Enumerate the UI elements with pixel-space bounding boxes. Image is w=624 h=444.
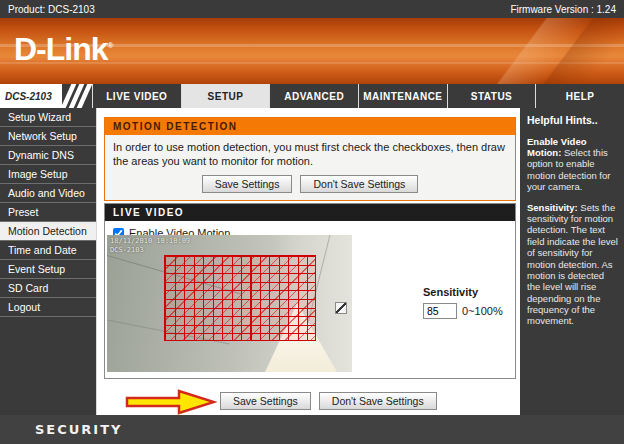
footer-bar: SECURITY	[0, 415, 624, 444]
model-name-badge: DCS-2103	[0, 84, 62, 108]
sidebar-item-logout[interactable]: Logout	[0, 298, 96, 317]
sidebar-item-event-setup[interactable]: Event Setup	[0, 260, 96, 279]
video-osd-overlay: 18/11/2010 10:10:09 DCS-2103	[110, 237, 190, 255]
live-video-heading: LIVE VIDEO	[105, 204, 515, 221]
live-video-section: LIVE VIDEO Enable Video Motion 18/11/201…	[104, 203, 516, 379]
camera-admin-window: Product: DCS-2103 Firmware Version : 1.2…	[0, 0, 624, 444]
hint-enable-video-motion: Enable Video Motion: Select this option …	[527, 136, 619, 193]
sidebar-item-time-and-date[interactable]: Time and Date	[0, 241, 96, 260]
tab-live-video[interactable]: LIVE VIDEO	[92, 84, 181, 108]
dont-save-settings-button-top[interactable]: Don't Save Settings	[300, 175, 418, 193]
stripes-decoration	[62, 84, 92, 108]
draw-area-handle-icon[interactable]	[335, 302, 347, 314]
sidebar-item-image-setup[interactable]: Image Setup	[0, 165, 96, 184]
tab-maintenance[interactable]: MAINTENANCE	[358, 84, 447, 108]
product-label: Product: DCS-2103	[8, 4, 95, 15]
sidebar-item-dynamic-dns[interactable]: Dynamic DNS	[0, 146, 96, 165]
sensitivity-input[interactable]	[423, 303, 457, 319]
helpful-hints-panel: Helpful Hints.. Enable Video Motion: Sel…	[520, 108, 624, 415]
sidebar-item-sd-card[interactable]: SD Card	[0, 279, 96, 298]
left-sidebar: Setup Wizard Network Setup Dynamic DNS I…	[0, 108, 97, 415]
main-nav-bar: DCS-2103 LIVE VIDEO SETUP ADVANCED MAINT…	[0, 84, 624, 108]
firmware-label: Firmware Version : 1.24	[510, 4, 616, 15]
sidebar-item-network-setup[interactable]: Network Setup	[0, 127, 96, 146]
motion-detection-body: In order to use motion detection, you mu…	[105, 135, 515, 200]
hint-sensitivity: Sensitivity: Sets the sensitivity for mo…	[527, 202, 619, 327]
tab-status[interactable]: STATUS	[447, 84, 536, 108]
sensitivity-range-label: 0~100%	[462, 305, 503, 317]
motion-detection-instructions: In order to use motion detection, you mu…	[113, 141, 507, 169]
osd-timestamp: 18/11/2010 10:10:09	[110, 237, 190, 246]
main-content: MOTION DETECTION In order to use motion …	[98, 108, 520, 415]
motion-detection-section: MOTION DETECTION In order to use motion …	[104, 117, 516, 201]
registered-mark: ®	[108, 41, 113, 50]
tab-advanced[interactable]: ADVANCED	[269, 84, 358, 108]
nav-tabs: LIVE VIDEO SETUP ADVANCED MAINTENANCE ST…	[92, 84, 624, 108]
sidebar-item-preset[interactable]: Preset	[0, 203, 96, 222]
top-status-bar: Product: DCS-2103 Firmware Version : 1.2…	[0, 0, 624, 18]
motion-area-grid[interactable]	[164, 255, 316, 341]
brand-banner: D-Link®	[0, 18, 624, 84]
banner-swoosh	[415, 18, 624, 84]
save-settings-button-bottom[interactable]: Save Settings	[220, 392, 311, 410]
highlight-arrow-icon	[125, 389, 217, 415]
motion-detection-heading: MOTION DETECTION	[105, 118, 515, 135]
bottom-actions: Save Settings Don't Save Settings	[98, 389, 520, 415]
security-wordmark: SECURITY	[35, 422, 122, 437]
camera-preview[interactable]: 18/11/2010 10:10:09 DCS-2103	[107, 235, 352, 372]
dont-save-settings-button-bottom[interactable]: Don't Save Settings	[319, 392, 437, 410]
save-settings-button-top[interactable]: Save Settings	[202, 175, 293, 193]
sidebar-item-audio-and-video[interactable]: Audio and Video	[0, 184, 96, 203]
tab-setup[interactable]: SETUP	[181, 84, 270, 108]
helpful-hints-title: Helpful Hints..	[527, 114, 619, 127]
tab-help[interactable]: HELP	[535, 84, 624, 108]
sensitivity-label: Sensitivity	[423, 286, 478, 298]
osd-camera-name: DCS-2103	[110, 246, 190, 255]
dlink-logo: D-Link®	[14, 31, 112, 68]
sidebar-item-motion-detection[interactable]: Motion Detection	[0, 222, 96, 241]
sidebar-item-setup-wizard[interactable]: Setup Wizard	[0, 108, 96, 127]
